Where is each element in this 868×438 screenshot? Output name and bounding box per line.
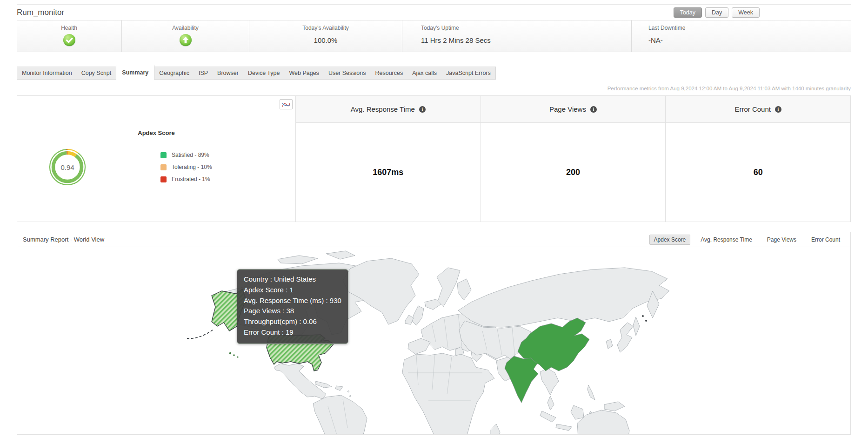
apdex-donut-chart[interactable]: 0.94 [45, 145, 90, 189]
world-map[interactable] [17, 247, 850, 434]
last-downtime-cell: Last Downtime -NA- [632, 20, 851, 52]
map-region-sakhalin[interactable] [633, 317, 640, 336]
map-country-madagascar[interactable] [491, 424, 500, 434]
world-view-avg-response-time-button[interactable]: Avg. Response Time [696, 235, 757, 245]
avg-response-time-column: Avg. Response Time 1607ms [295, 96, 481, 222]
map-island-borneo[interactable] [571, 405, 584, 419]
rum-dashboard: Rum_monitor Today Day Week Health Availa… [17, 4, 851, 435]
apdex-legend: Satisfied - 89% Tolerating - 10% Frustra… [160, 151, 212, 188]
error-count-value: 60 [666, 123, 850, 222]
world-map-area: Country : United States Apdex Score : 1 … [17, 247, 850, 434]
time-range-group: Today Day Week [674, 7, 760, 18]
tab-javascript-errors[interactable]: JavaScript Errors [441, 67, 495, 79]
map-hawaii-dot [233, 354, 235, 356]
map-region-iberia[interactable] [408, 338, 430, 354]
chart-view-button[interactable] [280, 99, 293, 109]
metrics-panel: Apdex Score 0.94 Satisfied - 89% Tolerat… [17, 95, 851, 222]
availability-cell: Availability [122, 20, 249, 52]
tab-geographic[interactable]: Geographic [154, 67, 194, 79]
map-region-indochina[interactable] [540, 368, 559, 395]
tab-device-type[interactable]: Device Type [243, 67, 285, 79]
last-downtime-label: Last Downtime [648, 25, 851, 31]
map-arctic-island[interactable] [326, 251, 355, 259]
legend-item-tolerating: Tolerating - 10% [160, 163, 212, 171]
todays-uptime-value: 11 Hrs 2 Mins 28 Secs [421, 36, 631, 44]
map-country-philippines[interactable] [588, 385, 595, 400]
map-hawaii-dot [229, 352, 231, 354]
map-island-dot [642, 315, 644, 317]
info-icon[interactable] [775, 106, 781, 113]
error-count-label: Error Count [734, 105, 771, 113]
day-button[interactable]: Day [705, 7, 728, 18]
tab-ajax-calls[interactable]: Ajax calls [407, 67, 441, 79]
tab-browser[interactable]: Browser [213, 67, 243, 79]
tab-monitor-information[interactable]: Monitor Information [17, 67, 77, 79]
week-button[interactable]: Week [732, 7, 760, 18]
map-island-hispaniola[interactable] [335, 386, 343, 391]
health-cell: Health [17, 20, 122, 52]
map-island-dot [348, 391, 349, 392]
map-island-dot [645, 320, 647, 322]
tab-web-pages[interactable]: Web Pages [284, 67, 323, 79]
availability-label: Availability [122, 25, 249, 31]
title-bar: Rum_monitor Today Day Week [17, 4, 851, 20]
availability-up-arrow-icon [180, 34, 192, 46]
info-icon[interactable] [590, 106, 597, 113]
tolerating-swatch [160, 164, 167, 170]
page-title: Rum_monitor [17, 8, 64, 17]
frustrated-label: Frustrated - 1% [172, 176, 210, 182]
map-arctic-island[interactable] [278, 256, 318, 264]
map-country-cuba[interactable] [315, 381, 332, 388]
world-view-apdex-score-button[interactable]: Apdex Score [649, 235, 691, 245]
map-country-japan[interactable] [617, 323, 633, 352]
page-views-column: Page Views 200 [481, 96, 666, 222]
tab-strip-wrap: Monitor Information Copy Script Summary … [17, 67, 851, 80]
performance-metrics-note: Performance metrics from Aug 9,2024 12:0… [17, 86, 851, 91]
tooltip-throughput: Throughput(cpm) : 0.06 [244, 317, 341, 327]
map-island-new-guinea[interactable] [604, 402, 625, 411]
last-downtime-value: -NA- [648, 36, 851, 44]
summary-report-panel: Summary Report - World View Apdex Score … [17, 232, 851, 435]
tab-isp[interactable]: ISP [194, 67, 213, 79]
avg-response-time-value: 1607ms [296, 123, 481, 222]
apdex-score-title: Apdex Score [17, 129, 295, 136]
map-region-finland[interactable] [457, 279, 471, 300]
tab-user-sessions[interactable]: User Sessions [324, 67, 371, 79]
tab-summary[interactable]: Summary [116, 65, 154, 80]
map-region-malay[interactable] [548, 396, 554, 410]
avg-response-time-label: Avg. Response Time [351, 105, 415, 113]
tab-copy-script[interactable]: Copy Script [77, 67, 116, 79]
map-country-australia[interactable] [577, 410, 629, 434]
map-country-uk[interactable] [412, 306, 424, 325]
map-country-india[interactable] [505, 356, 538, 403]
health-label: Health [17, 25, 121, 31]
apdex-panel: Apdex Score 0.94 Satisfied - 89% Tolerat… [17, 96, 295, 222]
world-view-page-views-button[interactable]: Page Views [762, 235, 801, 245]
todays-availability-value: 100.0% [249, 36, 402, 44]
map-region-south-america[interactable] [313, 395, 367, 434]
today-button[interactable]: Today [674, 7, 702, 18]
satisfied-swatch [160, 152, 167, 158]
todays-uptime-label: Today's Uptime [421, 25, 631, 31]
apdex-score-value: 0.94 [45, 145, 90, 189]
tab-strip: Monitor Information Copy Script Summary … [17, 67, 496, 80]
error-count-header: Error Count [666, 96, 850, 123]
map-region-scandinavia[interactable] [437, 268, 460, 307]
status-bar: Health Availability Today's Availability… [17, 20, 851, 52]
map-country-russia[interactable] [458, 268, 669, 327]
page-views-value: 200 [481, 123, 666, 222]
map-island-java[interactable] [556, 424, 572, 431]
todays-availability-cell: Today's Availability 100.0% [249, 20, 402, 52]
tab-resources[interactable]: Resources [370, 67, 407, 79]
world-view-metric-switch: Apdex Score Avg. Response Time Page View… [644, 235, 845, 245]
todays-uptime-cell: Today's Uptime 11 Hrs 2 Mins 28 Secs [402, 20, 632, 52]
map-country-korea[interactable] [606, 339, 613, 349]
world-view-error-count-button[interactable]: Error Count [807, 235, 845, 245]
error-count-column: Error Count 60 [665, 96, 850, 222]
info-icon[interactable] [419, 106, 426, 113]
map-island-sumatra[interactable] [540, 411, 556, 422]
map-region-africa[interactable] [402, 353, 494, 434]
map-country-ireland[interactable] [405, 315, 414, 324]
legend-item-frustrated: Frustrated - 1% [160, 175, 212, 183]
summary-report-header: Summary Report - World View Apdex Score … [17, 232, 850, 247]
